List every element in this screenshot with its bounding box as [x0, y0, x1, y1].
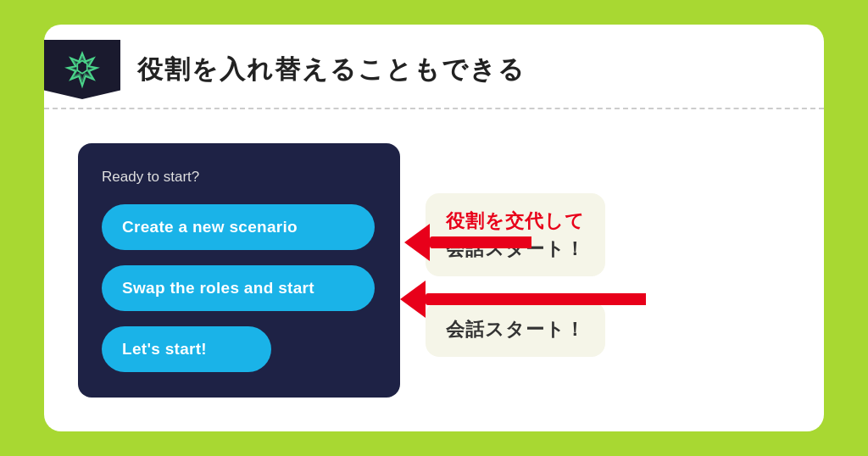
lets-start-button[interactable]: Let's start! [102, 326, 271, 372]
annotations-panel: 役割を交代して 会話スタート！ 会話スタート！ [426, 185, 798, 357]
logo-icon [63, 50, 102, 92]
svg-marker-0 [77, 60, 87, 73]
main-card: 役割を入れ替えることもできる Ready to start? Create a … [44, 25, 824, 431]
lets-arrow-line [426, 293, 646, 305]
page-title: 役割を入れ替えることもできる [137, 53, 526, 87]
logo-banner [44, 40, 120, 99]
lets-arrow-container [400, 281, 646, 318]
card-header: 役割を入れ替えることもできる [44, 25, 824, 109]
ready-text: Ready to start? [102, 169, 375, 186]
card-body: Ready to start? Create a new scenario Sw… [44, 109, 824, 431]
swap-arrow-line [430, 236, 531, 248]
swap-arrow-container [404, 224, 531, 261]
create-scenario-button[interactable]: Create a new scenario [102, 204, 375, 250]
lets-arrowhead [400, 281, 426, 318]
lets-arrow [400, 281, 646, 318]
app-panel: Ready to start? Create a new scenario Sw… [78, 143, 400, 398]
swap-roles-button[interactable]: Swap the roles and start [102, 265, 375, 311]
swap-arrow [404, 224, 531, 261]
start-annotation-text: 会話スタート！ [446, 315, 585, 343]
swap-arrowhead [404, 224, 430, 261]
